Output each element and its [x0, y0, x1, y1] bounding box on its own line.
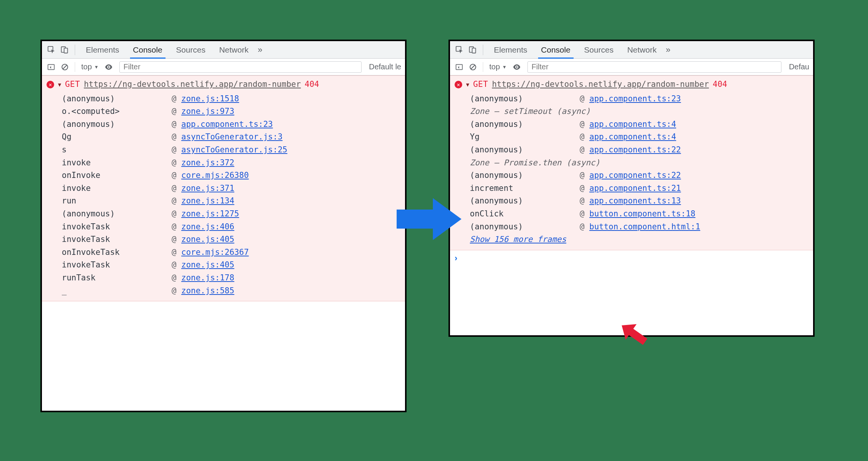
source-link[interactable]: button.component.ts:18	[589, 209, 695, 218]
http-status: 404	[305, 78, 319, 91]
source-link[interactable]: core.mjs:26367	[181, 248, 249, 257]
source-link[interactable]: asyncToGenerator.js:25	[181, 145, 287, 154]
more-tabs-icon[interactable]: »	[666, 45, 670, 55]
prompt-chevron-icon: ›	[455, 253, 457, 263]
frame-location: @ app.component.ts:21	[580, 182, 809, 195]
expand-triangle-icon[interactable]: ▼	[58, 80, 61, 89]
error-summary-row[interactable]: ✕ ▼ GET https://ng-devtools.netlify.app/…	[455, 78, 809, 93]
stack-frame: s@ asyncToGenerator.js:25	[62, 144, 400, 157]
inspect-element-icon[interactable]	[45, 43, 58, 56]
frame-function: (anonymous)	[62, 118, 169, 131]
frame-function: invokeTask	[62, 233, 169, 246]
source-link[interactable]: asyncToGenerator.js:3	[181, 132, 283, 141]
execution-context-selector[interactable]: top ▼	[79, 62, 101, 71]
stack-frame: (anonymous)@ app.component.ts:23	[470, 93, 809, 106]
more-tabs-icon[interactable]: »	[258, 45, 262, 55]
device-toolbar-icon[interactable]	[466, 43, 479, 56]
tab-sources[interactable]: Sources	[169, 42, 212, 58]
error-url[interactable]: https://ng-devtools.netlify.app/random-n…	[84, 78, 301, 91]
source-link[interactable]: zone.js:178	[181, 273, 234, 282]
frame-location: @ app.component.ts:22	[580, 144, 809, 157]
frame-location: @ zone.js:405	[172, 259, 400, 272]
source-link[interactable]: zone.js:134	[181, 196, 234, 205]
stack-frame: invoke@ zone.js:372	[62, 157, 400, 170]
source-link[interactable]: zone.js:405	[181, 235, 234, 244]
tab-elements[interactable]: Elements	[487, 42, 534, 58]
source-link[interactable]: zone.js:973	[181, 107, 234, 116]
tab-network[interactable]: Network	[212, 42, 256, 58]
source-link[interactable]: app.component.ts:22	[589, 145, 681, 154]
http-method: GET	[65, 78, 80, 91]
frame-location: @ zone.js:134	[172, 195, 400, 208]
log-level-selector[interactable]: Default le	[366, 62, 402, 71]
frame-location: @ app.component.ts:23	[172, 118, 400, 131]
live-expression-icon[interactable]	[511, 61, 523, 73]
clear-console-icon[interactable]	[59, 61, 71, 73]
tab-console[interactable]: Console	[126, 42, 169, 58]
show-more-frames-link[interactable]: Show 156 more frames	[455, 233, 809, 246]
separator	[75, 62, 75, 72]
frame-function: invokeTask	[62, 259, 169, 272]
clear-console-icon[interactable]	[467, 61, 479, 73]
frame-location: @ zone.js:1275	[172, 208, 400, 221]
tab-console[interactable]: Console	[534, 42, 577, 58]
frame-function: (anonymous)	[470, 169, 577, 182]
source-link[interactable]: zone.js:371	[181, 184, 234, 193]
stack-frame: run@ zone.js:134	[62, 195, 400, 208]
tab-elements[interactable]: Elements	[79, 42, 126, 58]
frame-function: invoke	[62, 182, 169, 195]
source-link[interactable]: app.component.ts:22	[589, 171, 681, 180]
error-icon: ✕	[47, 81, 54, 88]
source-link[interactable]: core.mjs:26380	[181, 171, 249, 180]
devtools-tabbar: Elements Console Sources Network »	[450, 41, 813, 59]
tab-network[interactable]: Network	[620, 42, 664, 58]
separator	[483, 62, 483, 72]
device-toolbar-icon[interactable]	[58, 43, 71, 56]
console-message-error: ✕ ▼ GET https://ng-devtools.netlify.app/…	[450, 75, 813, 250]
stack-frame: (anonymous)@ app.component.ts:23	[62, 118, 400, 131]
execution-context-selector[interactable]: top ▼	[487, 62, 509, 71]
separator	[483, 45, 483, 55]
frame-function: run	[62, 195, 169, 208]
source-link[interactable]: app.component.ts:13	[589, 196, 681, 205]
dropdown-triangle-icon: ▼	[502, 64, 507, 70]
transition-arrow-icon	[397, 198, 461, 240]
log-level-selector[interactable]: Defau	[786, 62, 810, 71]
source-link[interactable]: button.component.html:1	[589, 222, 700, 231]
source-link[interactable]: zone.js:405	[181, 260, 234, 269]
frame-function: invokeTask	[62, 221, 169, 234]
expand-triangle-icon[interactable]: ▼	[466, 80, 469, 89]
frame-location: @ zone.js:1518	[172, 93, 400, 106]
svg-rect-2	[64, 48, 68, 53]
console-message-error: ✕ ▼ GET https://ng-devtools.netlify.app/…	[42, 75, 405, 301]
frame-function: (anonymous)	[470, 144, 577, 157]
stack-frame: invoke@ zone.js:371	[62, 182, 400, 195]
console-filter-input[interactable]	[119, 61, 362, 73]
live-expression-icon[interactable]	[103, 61, 115, 73]
console-filter-input[interactable]	[527, 61, 781, 73]
source-link[interactable]: zone.js:372	[181, 158, 234, 167]
frame-location: @ zone.js:405	[172, 233, 400, 246]
console-sidebar-toggle-icon[interactable]	[453, 61, 465, 73]
stack-frame: onInvoke@ core.mjs:26380	[62, 169, 400, 182]
frame-function: Yg	[470, 131, 577, 144]
error-url[interactable]: https://ng-devtools.netlify.app/random-n…	[492, 78, 709, 91]
stack-trace: (anonymous)@ app.component.ts:23Zone — s…	[455, 93, 809, 234]
source-link[interactable]: app.component.ts:21	[589, 184, 681, 193]
source-link[interactable]: app.component.ts:4	[589, 132, 676, 141]
frame-function: Qg	[62, 131, 169, 144]
tab-sources[interactable]: Sources	[577, 42, 620, 58]
inspect-element-icon[interactable]	[453, 43, 466, 56]
source-link[interactable]: app.component.ts:4	[589, 120, 676, 129]
source-link[interactable]: app.component.ts:23	[181, 120, 273, 129]
devtools-panel-before: Elements Console Sources Network » top ▼…	[40, 40, 407, 412]
source-link[interactable]: zone.js:1275	[181, 209, 239, 218]
devtools-panel-after: Elements Console Sources Network » top ▼…	[448, 40, 815, 337]
error-summary-row[interactable]: ✕ ▼ GET https://ng-devtools.netlify.app/…	[47, 78, 400, 93]
console-sidebar-toggle-icon[interactable]	[45, 61, 57, 73]
source-link[interactable]: zone.js:585	[181, 286, 234, 295]
source-link[interactable]: zone.js:1518	[181, 94, 239, 103]
console-prompt[interactable]: ›	[450, 250, 813, 266]
source-link[interactable]: app.component.ts:23	[589, 94, 681, 103]
source-link[interactable]: zone.js:406	[181, 222, 234, 231]
